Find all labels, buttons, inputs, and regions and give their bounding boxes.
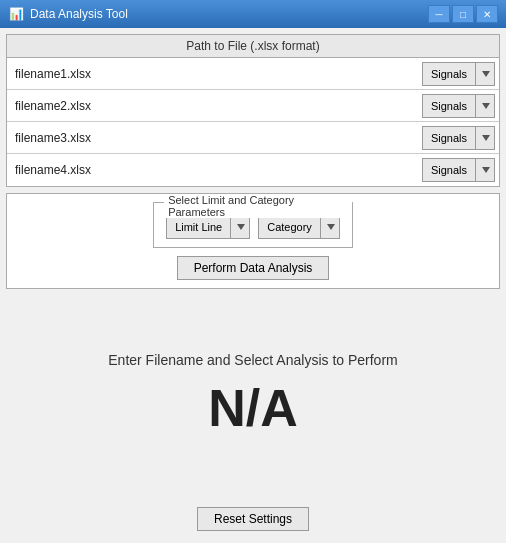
signals-dropdown-1[interactable] [475, 62, 495, 86]
signals-button-2[interactable]: Signals [422, 94, 475, 118]
category-arrow [327, 224, 335, 230]
title-text: Data Analysis Tool [30, 7, 428, 21]
file-row-1: filename1.xlsx Signals [7, 58, 499, 90]
signals-dropdown-4[interactable] [475, 158, 495, 182]
maximize-button[interactable]: □ [452, 5, 474, 23]
file-name-3: filename3.xlsx [11, 129, 418, 147]
dropdown-arrow-1 [482, 71, 490, 77]
file-row-4: filename4.xlsx Signals [7, 154, 499, 186]
dropdown-arrow-2 [482, 103, 490, 109]
file-row-3: filename3.xlsx Signals [7, 122, 499, 154]
analysis-section: Select Limit and Category Parameters Lim… [6, 193, 500, 289]
title-icon: 📊 [8, 6, 24, 22]
signals-btn-1: Signals [422, 62, 495, 86]
perform-analysis-button[interactable]: Perform Data Analysis [177, 256, 330, 280]
reset-settings-button[interactable]: Reset Settings [197, 507, 309, 531]
signals-dropdown-3[interactable] [475, 126, 495, 150]
file-name-4: filename4.xlsx [11, 161, 418, 179]
bottom-section: Reset Settings [6, 501, 500, 537]
signals-btn-3: Signals [422, 126, 495, 150]
category-dropdown[interactable] [320, 215, 340, 239]
file-name-1: filename1.xlsx [11, 65, 418, 83]
file-name-2: filename2.xlsx [11, 97, 418, 115]
signals-button-3[interactable]: Signals [422, 126, 475, 150]
signals-dropdown-2[interactable] [475, 94, 495, 118]
result-value: N/A [208, 378, 298, 438]
main-content: Path to File (.xlsx format) filename1.xl… [0, 28, 506, 543]
file-row-2: filename2.xlsx Signals [7, 90, 499, 122]
limit-line-button[interactable]: Limit Line [166, 215, 230, 239]
result-message: Enter Filename and Select Analysis to Pe… [108, 352, 397, 368]
result-section: Enter Filename and Select Analysis to Pe… [6, 295, 500, 495]
signals-button-4[interactable]: Signals [422, 158, 475, 182]
file-table-section: Path to File (.xlsx format) filename1.xl… [6, 34, 500, 187]
group-buttons: Limit Line Category [166, 215, 340, 239]
close-button[interactable]: ✕ [476, 5, 498, 23]
file-table-header: Path to File (.xlsx format) [7, 35, 499, 58]
title-bar[interactable]: 📊 Data Analysis Tool ─ □ ✕ [0, 0, 506, 28]
signals-button-1[interactable]: Signals [422, 62, 475, 86]
minimize-button[interactable]: ─ [428, 5, 450, 23]
limit-line-dropdown[interactable] [230, 215, 250, 239]
group-label: Select Limit and Category Parameters [164, 194, 352, 218]
limit-category-group: Select Limit and Category Parameters Lim… [153, 202, 353, 248]
limit-line-arrow [237, 224, 245, 230]
limit-line-group: Limit Line [166, 215, 250, 239]
signals-btn-2: Signals [422, 94, 495, 118]
dropdown-arrow-3 [482, 135, 490, 141]
signals-btn-4: Signals [422, 158, 495, 182]
dropdown-arrow-4 [482, 167, 490, 173]
category-button[interactable]: Category [258, 215, 320, 239]
title-bar-controls: ─ □ ✕ [428, 5, 498, 23]
category-group: Category [258, 215, 340, 239]
